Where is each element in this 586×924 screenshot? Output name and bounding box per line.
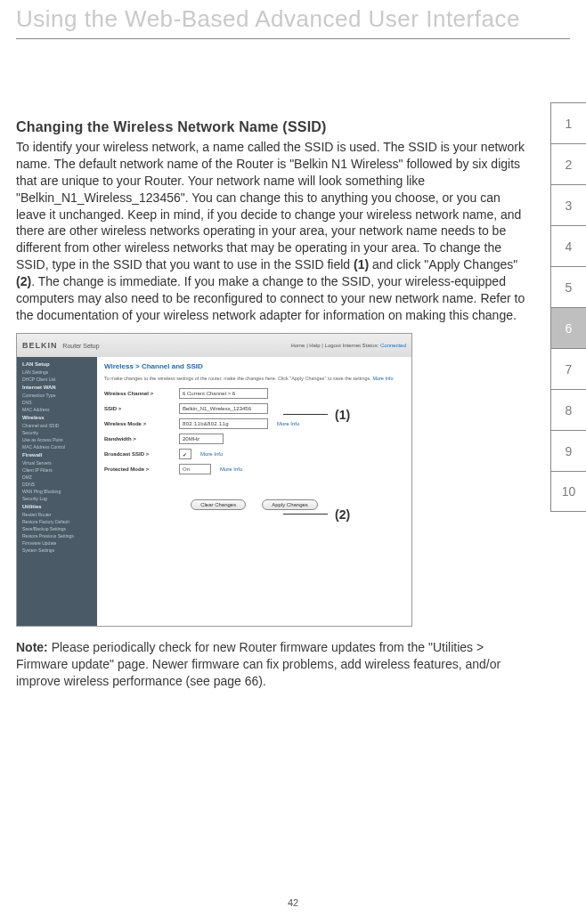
- section-tabs: 12345678910: [550, 102, 586, 512]
- bandwidth-label: Bandwidth >: [104, 436, 174, 442]
- ssid-input[interactable]: Belkin_N1_Wireless_123456: [179, 403, 268, 414]
- sidebar-heading: Utilities: [20, 503, 94, 510]
- sidebar-item[interactable]: DMZ: [20, 474, 94, 480]
- more-info-link[interactable]: More Info: [372, 376, 393, 381]
- status-connected: Connected: [380, 343, 406, 348]
- section-tab-7[interactable]: 7: [550, 348, 586, 389]
- helper-pre: To make changes to the wireless settings…: [104, 376, 372, 381]
- section-tab-1[interactable]: 1: [550, 102, 586, 143]
- sidebar-item[interactable]: DNS: [20, 400, 94, 405]
- router-screenshot: BELKIN Router Setup Home | Help | Logout…: [16, 333, 412, 627]
- protected-label: Protected Mode >: [104, 466, 174, 472]
- sidebar-item[interactable]: Restart Router: [20, 512, 94, 517]
- router-sidebar: LAN SetupLAN SettingsDHCP Client ListInt…: [17, 357, 97, 626]
- section-tab-5[interactable]: 5: [550, 266, 586, 307]
- callout-line: [283, 514, 328, 515]
- helper-text: To make changes to the wireless settings…: [104, 376, 404, 382]
- section-tab-8[interactable]: 8: [550, 389, 586, 430]
- callout-line: [283, 414, 328, 415]
- callout-1: (1): [283, 408, 350, 422]
- sidebar-item[interactable]: Restore Factory Default: [20, 519, 94, 524]
- brand-logo: BELKIN: [22, 341, 58, 350]
- page-title: Using the Web-Based Advanced User Interf…: [16, 0, 570, 39]
- section-paragraph: To identify your wireless network, a nam…: [16, 139, 525, 324]
- clear-changes-button[interactable]: Clear Changes: [191, 499, 246, 510]
- more-info-link[interactable]: More Info: [277, 421, 299, 426]
- sidebar-item[interactable]: Restore Previous Settings: [20, 533, 94, 539]
- sidebar-item[interactable]: Security Log: [20, 496, 94, 501]
- sidebar-item[interactable]: LAN Settings: [20, 369, 94, 375]
- section-tab-2[interactable]: 2: [550, 143, 586, 184]
- section-tab-10[interactable]: 10: [550, 471, 586, 512]
- callout-2: (2): [283, 507, 350, 522]
- note-label: Note:: [16, 640, 48, 654]
- sidebar-heading: Firewall: [20, 451, 94, 458]
- more-info-link[interactable]: More Info: [200, 451, 223, 457]
- channel-label: Wireless Channel >: [104, 391, 174, 396]
- router-ui: BELKIN Router Setup Home | Help | Logout…: [16, 333, 412, 627]
- protected-select[interactable]: On: [179, 464, 211, 474]
- page-number: 42: [0, 897, 586, 908]
- sidebar-item[interactable]: MAC Address Control: [20, 444, 94, 450]
- section-heading: Changing the Wireless Network Name (SSID…: [16, 119, 525, 135]
- para-post: . The change is immediate. If you make a…: [16, 274, 525, 322]
- para-pre: To identify your wireless network, a nam…: [16, 140, 525, 272]
- section-tab-6[interactable]: 6: [550, 307, 586, 348]
- sidebar-item[interactable]: Connection Type: [20, 393, 94, 398]
- callout-2-label: (2): [335, 507, 350, 522]
- broadcast-checkbox[interactable]: ✔: [179, 449, 191, 459]
- mode-label: Wireless Mode >: [104, 421, 174, 426]
- sidebar-item[interactable]: Virtual Servers: [20, 460, 94, 466]
- section-tab-4[interactable]: 4: [550, 225, 586, 266]
- note-paragraph: Note: Please periodically check for new …: [16, 639, 525, 690]
- para-mid: and click "Apply Changes": [369, 257, 517, 272]
- router-top-bar: BELKIN Router Setup Home | Help | Logout…: [17, 334, 411, 357]
- ref-1: (1): [354, 257, 369, 272]
- sidebar-item[interactable]: Security: [20, 430, 94, 435]
- note-text: Please periodically check for new Router…: [16, 640, 501, 688]
- top-links-text: Home | Help | Logout Internet Status:: [290, 343, 378, 348]
- sidebar-item[interactable]: System Settings: [20, 547, 94, 553]
- mode-select[interactable]: 802.11b&802.11g: [179, 418, 268, 429]
- ref-2: (2): [16, 274, 31, 288]
- sidebar-item[interactable]: MAC Address: [20, 407, 94, 412]
- bandwidth-select[interactable]: 20MHz: [179, 434, 224, 444]
- sidebar-item[interactable]: Client IP Filters: [20, 467, 94, 473]
- sidebar-item[interactable]: Use as Access Point: [20, 437, 94, 442]
- sidebar-item[interactable]: WAN Ping Blocking: [20, 489, 94, 494]
- more-info-link[interactable]: More Info: [220, 466, 242, 472]
- setup-label: Router Setup: [62, 343, 99, 349]
- sidebar-heading: LAN Setup: [20, 361, 94, 368]
- channel-select[interactable]: 6 Current Channel > 6: [179, 388, 268, 399]
- top-right-links: Home | Help | Logout Internet Status: Co…: [290, 343, 406, 348]
- sidebar-item[interactable]: Firmware Update: [20, 540, 94, 546]
- broadcast-label: Broadcast SSID >: [104, 451, 174, 457]
- callout-1-label: (1): [335, 408, 350, 422]
- sidebar-item[interactable]: Channel and SSID: [20, 423, 94, 428]
- sidebar-item[interactable]: DDNS: [20, 482, 94, 487]
- breadcrumb: Wireless > Channel and SSID: [104, 362, 404, 370]
- sidebar-item[interactable]: Save/Backup Settings: [20, 526, 94, 531]
- section-tab-9[interactable]: 9: [550, 430, 586, 471]
- sidebar-item[interactable]: DHCP Client List: [20, 377, 94, 382]
- router-main: Wireless > Channel and SSID To make chan…: [97, 357, 411, 626]
- section-tab-3[interactable]: 3: [550, 184, 586, 225]
- sidebar-heading: Wireless: [20, 414, 94, 421]
- sidebar-heading: Internet WAN: [20, 384, 94, 391]
- ssid-label: SSID >: [104, 406, 174, 411]
